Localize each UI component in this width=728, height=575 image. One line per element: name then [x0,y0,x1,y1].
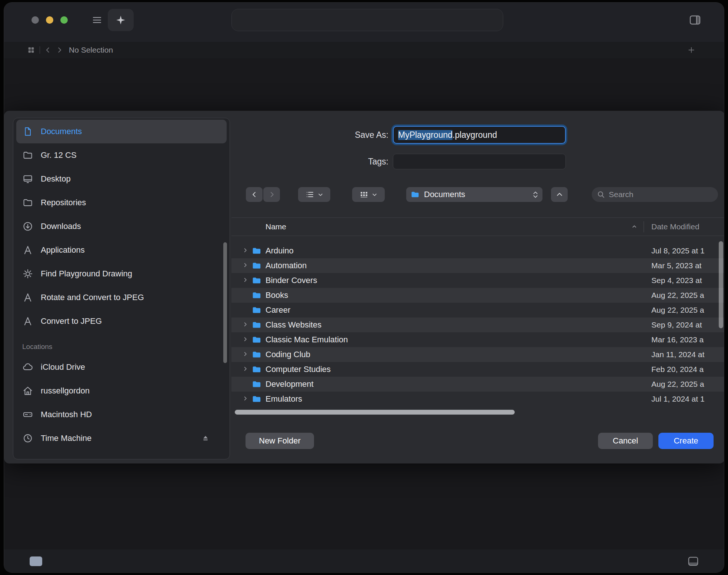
sidebar-item-label: Downloads [41,222,81,231]
sidebar-item-macintosh-hd[interactable]: Macintosh HD [16,403,227,426]
file-name: Computer Studies [266,362,331,377]
table-row[interactable]: Career Aug 22, 2025 a [231,303,724,318]
file-date: Aug 22, 2025 a [651,377,719,392]
close-button[interactable] [31,16,39,24]
save-as-input[interactable]: MyPlayground.playground [393,126,566,144]
disclosure-chevron-icon[interactable] [243,262,248,268]
breadcrumb: No Selection [4,42,724,58]
column-name[interactable]: Name [266,222,286,231]
disclosure-chevron-icon[interactable] [243,396,248,401]
column-date-modified[interactable]: Date Modified [651,222,699,231]
back-button[interactable] [246,187,263,202]
sidebar-item-repositories[interactable]: Repositories [16,191,227,215]
sidebar-item-applications[interactable]: Applications [16,238,227,262]
file-table: Name Date Modified Arduino Jul 8, 2025 a… [231,217,724,425]
document-icon [22,126,33,137]
table-row[interactable]: Computer Studies Feb 20, 2024 a [231,362,724,377]
table-row[interactable]: Automation Mar 5, 2023 at [231,258,724,273]
debug-area-toggle-icon[interactable] [687,556,699,566]
breadcrumb-status: No Selection [69,46,113,54]
table-row[interactable]: Arduino Jul 8, 2025 at 1 [231,243,724,258]
screen: No Selection [0,0,728,575]
table-row[interactable]: Emulators Jul 1, 2024 at 1 [231,392,724,406]
file-date: Mar 16, 2023 a [651,332,719,347]
sidebar-item-time-machine[interactable]: Time Machine [16,426,227,450]
sidebar-item-rotate-convert-jpeg[interactable]: Rotate and Convert to JPEG [16,286,227,309]
folder-icon [252,261,261,270]
sidebar-item-label: Rotate and Convert to JPEG [41,293,144,302]
add-editor-icon[interactable] [688,46,695,54]
table-row[interactable]: Development Aug 22, 2025 a [231,377,724,392]
related-items-icon[interactable] [27,46,35,54]
up-directory-button[interactable] [551,187,568,202]
sidebar-item-label: Macintosh HD [41,410,92,419]
downloads-icon [22,221,33,232]
table-row[interactable]: Binder Covers Sep 4, 2023 at [231,273,724,288]
disclosure-chevron-icon[interactable] [243,247,248,253]
applications-icon [22,292,33,303]
disclosure-chevron-icon[interactable] [243,277,248,283]
sidebar-item-gr12cs[interactable]: Gr. 12 CS [16,143,227,167]
table-header[interactable]: Name Date Modified [231,217,724,236]
table-row[interactable]: Class Websites Sep 9, 2024 at [231,318,724,332]
sidebar-item-icloud-drive[interactable]: iCloud Drive [16,355,227,379]
eject-icon[interactable] [201,434,210,442]
vertical-scrollbar[interactable] [719,241,723,328]
path-popup-button[interactable]: Documents [406,187,542,202]
cancel-button[interactable]: Cancel [598,433,653,449]
sidebar-item-label: Find Playground Drawing [41,269,132,279]
navigator-list-icon[interactable] [91,14,103,26]
tags-input[interactable] [393,154,566,169]
sidebar-item-find-playground-drawing[interactable]: Find Playground Drawing [16,262,227,286]
list-view-icon [305,190,314,199]
search-field[interactable]: Search [592,187,718,202]
titlebar [4,3,724,42]
sidebar-item-label: Documents [41,127,82,136]
forward-button[interactable] [263,187,280,202]
window-bottom-bar [4,549,724,572]
file-name: Arduino [266,243,294,258]
horizontal-scrollbar[interactable] [235,410,515,415]
table-row[interactable]: Coding Club Jan 11, 2024 at [231,347,724,362]
disclosure-chevron-icon[interactable] [243,322,248,327]
sidebar-item-label: Desktop [41,174,71,184]
new-folder-button[interactable]: New Folder [246,433,314,449]
sparkle-button[interactable] [108,9,134,31]
disclosure-chevron-icon[interactable] [243,366,248,372]
toolbar-left-controls [91,9,134,31]
cloud-icon [22,362,33,373]
folder-icon [411,190,420,199]
sidebar-item-home[interactable]: russellgordon [16,379,227,403]
forward-chevron-icon[interactable] [56,46,63,54]
disclosure-chevron-icon[interactable] [243,336,248,342]
locations-header: Locations [22,343,221,351]
table-row[interactable]: Books Aug 22, 2025 a [231,288,724,303]
inspector-toggle-icon[interactable] [685,10,705,30]
file-name: Development [266,377,314,392]
sidebar-item-downloads[interactable]: Downloads [16,215,227,238]
file-date: Aug 22, 2025 a [651,303,719,318]
sidebar-item-label: Applications [41,245,85,255]
sidebar-item-label: iCloud Drive [41,362,85,372]
table-row[interactable]: Classic Mac Emulation Mar 16, 2023 a [231,332,724,347]
back-chevron-icon[interactable] [44,46,52,54]
sidebar-item-desktop[interactable]: Desktop [16,167,227,191]
sidebar-item-convert-jpeg[interactable]: Convert to JPEG [16,309,227,333]
create-button[interactable]: Create [658,433,714,449]
file-name: Classic Mac Emulation [266,332,348,347]
editor-layout-icon[interactable] [29,556,43,566]
file-date: Aug 22, 2025 a [651,288,719,303]
minimize-button[interactable] [46,16,53,24]
file-name: Binder Covers [266,273,317,288]
file-date: Jul 1, 2024 at 1 [651,392,719,406]
sidebar-item-label: Repositories [41,198,86,207]
sidebar-item-documents[interactable]: Documents [16,120,227,143]
toolbar-jump-bar[interactable] [231,9,503,31]
icon-view-dropdown[interactable] [352,187,385,202]
disclosure-chevron-icon[interactable] [243,351,248,357]
sidebar-scrollbar[interactable] [223,242,227,363]
list-view-dropdown[interactable] [298,187,330,202]
folder-icon [252,365,261,374]
folder-icon [252,379,261,389]
zoom-button[interactable] [60,16,68,24]
